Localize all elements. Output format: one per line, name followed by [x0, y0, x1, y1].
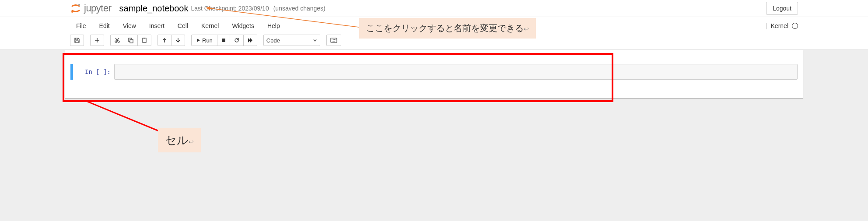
svg-rect-12	[334, 39, 335, 40]
header: jupyter sample_notebook Last Checkpoint:…	[0, 0, 868, 17]
move-down-button[interactable]	[171, 35, 185, 46]
cell-label-text: セル	[165, 134, 189, 147]
cell-label-annotation: セル↩	[158, 128, 201, 152]
menu-help[interactable]: Help	[261, 19, 286, 33]
name-hint-text: ここをクリックすると名前を変更できる	[366, 23, 524, 33]
jupyter-logo[interactable]: jupyter	[70, 3, 112, 14]
notebook-name[interactable]: sample_notebook	[119, 4, 189, 14]
copy-icon	[128, 37, 134, 43]
svg-rect-9	[331, 38, 337, 42]
chevron-down-icon	[313, 38, 317, 42]
svg-rect-8	[222, 39, 225, 42]
run-all-button[interactable]	[243, 35, 257, 46]
cell-input[interactable]	[114, 64, 798, 80]
menu-cell[interactable]: Cell	[172, 19, 194, 33]
name-hint-annotation: ここをクリックすると名前を変更できる↩	[359, 18, 536, 39]
interrupt-button[interactable]	[217, 35, 230, 46]
cut-button[interactable]	[110, 35, 124, 46]
save-button[interactable]	[70, 35, 84, 46]
svg-rect-6	[143, 38, 146, 42]
menu-view[interactable]: View	[117, 19, 142, 33]
fast-forward-icon	[247, 37, 253, 43]
paste-icon	[141, 37, 147, 43]
checkpoint-text: Last Checkpoint: 2023/09/10	[191, 5, 269, 12]
kernel-indicator: | Kernel	[765, 22, 798, 30]
svg-rect-13	[336, 39, 336, 40]
notebook-area: In [ ]:	[0, 50, 868, 221]
run-label: Run	[202, 37, 213, 44]
paste-button[interactable]	[137, 35, 151, 46]
svg-rect-7	[144, 38, 145, 39]
svg-rect-14	[332, 41, 335, 42]
add-cell-button[interactable]	[90, 35, 104, 46]
return-icon: ↩	[524, 25, 529, 32]
cut-icon	[114, 37, 120, 43]
save-icon	[74, 37, 80, 43]
menu-file[interactable]: File	[70, 19, 92, 33]
keyboard-icon	[330, 38, 337, 43]
play-icon	[196, 38, 200, 42]
edit-group	[110, 35, 151, 46]
move-up-button[interactable]	[158, 35, 172, 46]
restart-button[interactable]	[230, 35, 244, 46]
svg-rect-5	[130, 39, 133, 43]
svg-point-0	[78, 4, 80, 6]
jupyter-logo-text: jupyter	[84, 3, 112, 14]
menu-edit[interactable]: Edit	[93, 19, 116, 33]
menu-kernel[interactable]: Kernel	[195, 19, 225, 33]
return-icon-2: ↩	[189, 138, 194, 145]
svg-rect-11	[333, 39, 334, 40]
plus-icon	[94, 37, 100, 43]
code-cell[interactable]: In [ ]:	[70, 64, 798, 80]
kernel-status-icon	[792, 23, 798, 29]
unsaved-text: (unsaved changes)	[273, 5, 326, 12]
arrow-up-icon	[161, 37, 168, 43]
arrow-down-icon	[175, 37, 181, 43]
svg-point-1	[71, 11, 73, 13]
menu-widgets[interactable]: Widgets	[226, 19, 260, 33]
kernel-label: Kernel	[771, 22, 788, 29]
run-button[interactable]: Run	[191, 35, 217, 46]
move-group	[158, 35, 185, 46]
restart-icon	[234, 37, 240, 43]
cell-container: In [ ]:	[65, 50, 803, 99]
menu-items: File Edit View Insert Cell Kernel Widget…	[70, 19, 286, 33]
kernel-pipe: |	[765, 22, 767, 30]
jupyter-logo-icon	[70, 3, 81, 14]
cell-type-value: Code	[266, 37, 280, 44]
svg-rect-10	[332, 39, 332, 40]
stop-icon	[221, 38, 226, 43]
cell-prompt: In [ ]:	[75, 64, 114, 80]
cell-type-select[interactable]: Code	[263, 35, 320, 46]
logout-button[interactable]: Logout	[766, 2, 798, 15]
menu-insert[interactable]: Insert	[143, 19, 171, 33]
copy-button[interactable]	[124, 35, 138, 46]
run-group: Run	[191, 35, 257, 46]
command-palette-button[interactable]	[326, 35, 341, 46]
cell-marker	[70, 64, 73, 80]
